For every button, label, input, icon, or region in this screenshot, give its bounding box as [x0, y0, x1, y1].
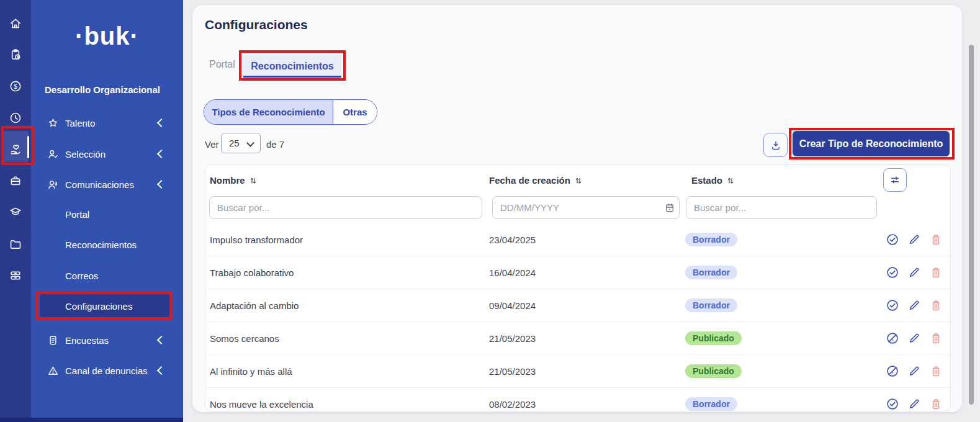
status-badge: Borrador	[685, 299, 737, 312]
payments-icon[interactable]: $	[9, 79, 22, 93]
clock-icon[interactable]	[9, 111, 22, 125]
status-badge: Borrador	[685, 233, 737, 246]
column-settings-button[interactable]	[883, 168, 907, 192]
sidebar-bottom-strip	[0, 418, 183, 422]
row-name: Trabajo colaborativo	[210, 256, 294, 289]
segment-otras[interactable]: Otras	[333, 100, 377, 124]
icon-rail: $	[0, 0, 31, 422]
delete-trash-icon[interactable]	[929, 331, 943, 345]
filter-nombre-input[interactable]	[209, 196, 482, 219]
chevron-left-icon	[157, 366, 166, 375]
table-row[interactable]: Al infinito y más allá 21/05/2023 Public…	[205, 354, 951, 387]
column-header-estado[interactable]: Estado	[691, 175, 735, 186]
sidebar-section-title: Desarrollo Organizacional	[45, 84, 160, 95]
sidebar-item-comunicaciones[interactable]: Comunicaciones	[31, 175, 183, 194]
delete-trash-icon[interactable]	[929, 233, 943, 246]
sort-icon	[726, 176, 735, 185]
page-size-label: Ver	[205, 139, 219, 150]
unpublish-slash-icon[interactable]	[886, 364, 899, 378]
row-date: 23/04/2025	[489, 223, 536, 256]
app-screen: $ ·buk· Desarrollo Organizacional Talent…	[0, 0, 980, 422]
star-icon	[47, 117, 59, 129]
edit-pencil-icon[interactable]	[907, 299, 921, 312]
row-date: 08/02/2023	[489, 388, 536, 411]
edit-pencil-icon[interactable]	[907, 233, 921, 246]
edit-pencil-icon[interactable]	[907, 331, 921, 345]
archive-icon[interactable]	[9, 269, 22, 282]
publish-check-icon[interactable]	[886, 397, 899, 411]
table-row[interactable]: Somos cercanos 21/05/2023 Publicado	[205, 321, 951, 354]
table-row[interactable]: Adaptación al cambio 09/04/2024 Borrador	[205, 289, 951, 321]
total-count-label: de 7	[266, 139, 284, 150]
sidebar-item-label: Encuestas	[65, 335, 109, 346]
table-rows: Impulso transformador 23/04/2025 Borrado…	[205, 223, 951, 411]
edit-pencil-icon[interactable]	[907, 397, 921, 411]
tab-reconocimientos[interactable]: Reconocimientos	[243, 55, 341, 78]
sidebar-item-label: Selección	[65, 149, 106, 159]
sliders-icon	[889, 174, 901, 186]
document-icon	[47, 334, 59, 346]
edit-pencil-icon[interactable]	[907, 364, 921, 378]
recognition-types-table: Nombre Fecha de creación Estado Impulso …	[205, 164, 951, 411]
svg-text:$: $	[14, 83, 17, 90]
delete-trash-icon[interactable]	[929, 299, 943, 312]
sidebar-subitem-reconocimientos[interactable]: Reconocimientos	[65, 235, 137, 254]
status-badge: Borrador	[685, 266, 737, 279]
sidebar-subitem-label: Reconocimientos	[65, 240, 137, 250]
rail-active-indicator	[27, 136, 29, 158]
row-name: Al infinito y más allá	[210, 355, 292, 387]
sidebar-item-label: Canal de denuncias	[65, 366, 148, 376]
benefits-icon[interactable]	[9, 174, 22, 187]
segment-tipos-de-reconocimiento[interactable]: Tipos de Reconocimiento	[204, 100, 333, 124]
sidebar-subitem-label: Correos	[65, 271, 98, 281]
publish-check-icon[interactable]	[886, 266, 899, 279]
user-voice-icon	[47, 179, 59, 191]
sidebar-item-talento[interactable]: Talento	[31, 114, 183, 132]
sidebar-item-canal-de-denuncias[interactable]: Canal de denuncias	[31, 361, 183, 380]
column-header-fecha[interactable]: Fecha de creación	[489, 175, 583, 186]
filter-fecha-input[interactable]	[492, 196, 680, 219]
download-button[interactable]	[763, 133, 788, 157]
table-row[interactable]: Nos mueve la excelencia 08/02/2023 Borra…	[205, 387, 951, 411]
publish-check-icon[interactable]	[886, 299, 899, 312]
delete-trash-icon[interactable]	[929, 266, 943, 279]
vertical-scrollbar[interactable]	[969, 45, 974, 405]
publish-check-icon[interactable]	[886, 233, 899, 246]
chevron-down-icon	[246, 139, 254, 147]
table-row[interactable]: Trabajo colaborativo 16/04/2024 Borrador	[205, 256, 951, 289]
unpublish-slash-icon[interactable]	[886, 331, 899, 345]
chevron-left-icon	[157, 336, 166, 344]
create-tipo-reconocimiento-button[interactable]: Crear Tipo de Reconocimiento	[793, 131, 950, 156]
page-size-select[interactable]: 25	[221, 133, 261, 153]
row-name: Adaptación al cambio	[210, 289, 299, 321]
hand-heart-icon[interactable]	[9, 143, 22, 156]
warning-icon	[47, 365, 59, 377]
row-name: Somos cercanos	[210, 322, 279, 354]
column-header-nombre[interactable]: Nombre	[210, 175, 258, 186]
sort-icon	[574, 176, 583, 185]
clipboard-clock-icon[interactable]	[9, 48, 22, 61]
table-row[interactable]: Impulso transformador 23/04/2025 Borrado…	[205, 223, 951, 256]
column-label: Nombre	[210, 175, 245, 186]
folder-icon[interactable]	[9, 238, 22, 251]
chevron-left-icon	[157, 180, 166, 189]
row-name: Nos mueve la excelencia	[210, 388, 313, 411]
edit-pencil-icon[interactable]	[907, 266, 921, 279]
sidebar-subitem-configuraciones[interactable]: Configuraciones	[65, 297, 132, 315]
status-badge: Publicado	[685, 364, 742, 378]
row-date: 21/05/2023	[489, 355, 536, 387]
column-label: Estado	[691, 175, 722, 186]
home-icon[interactable]	[9, 17, 22, 30]
filter-estado-input[interactable]	[686, 196, 877, 219]
delete-trash-icon[interactable]	[929, 397, 943, 411]
sidebar-item-encuestas[interactable]: Encuestas	[31, 331, 183, 349]
chevron-left-icon	[157, 150, 166, 158]
sidebar-item-label: Talento	[65, 118, 95, 128]
graduation-icon[interactable]	[9, 205, 22, 218]
delete-trash-icon[interactable]	[929, 364, 943, 378]
sidebar-item-seleccion[interactable]: Selección	[31, 145, 183, 163]
status-badge: Publicado	[685, 331, 742, 345]
sidebar-subitem-correos[interactable]: Correos	[65, 266, 98, 285]
tab-portal[interactable]: Portal	[209, 59, 235, 70]
sidebar-subitem-portal[interactable]: Portal	[65, 205, 89, 223]
